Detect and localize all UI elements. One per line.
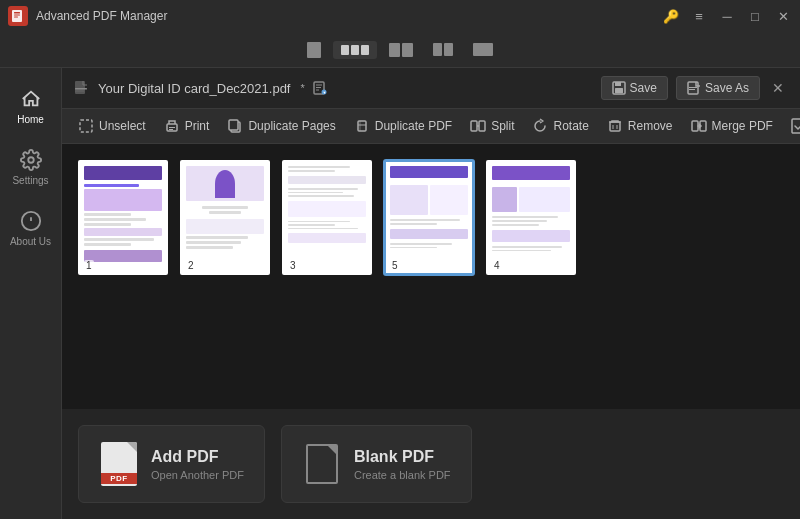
file-options-icon[interactable]: ▼ xyxy=(313,81,327,95)
page-number-2: 2 xyxy=(186,260,196,271)
page-image-2: 2 xyxy=(180,160,270,275)
duplicate-pages-icon xyxy=(227,118,243,134)
unselect-button[interactable]: Unselect xyxy=(70,113,154,139)
duplicate-pages-button[interactable]: Duplicate Pages xyxy=(219,113,343,139)
remove-button[interactable]: Remove xyxy=(599,113,681,139)
pages-area: 1 2 xyxy=(62,144,800,409)
app-title: Advanced PDF Manager xyxy=(36,9,662,23)
svg-rect-29 xyxy=(610,122,620,131)
rotate-icon xyxy=(532,118,548,134)
blank-pdf-icon xyxy=(302,442,342,486)
select-all-icon xyxy=(791,118,800,134)
save-button[interactable]: Save xyxy=(601,76,668,100)
view-tab-quad[interactable] xyxy=(465,39,501,60)
menu-icon[interactable]: ≡ xyxy=(690,9,708,24)
svg-point-4 xyxy=(28,157,34,163)
svg-rect-32 xyxy=(692,121,698,131)
page-image-5: 5 xyxy=(384,160,474,275)
key-icon[interactable]: 🔑 xyxy=(662,9,680,24)
page-image-1: 1 xyxy=(78,160,168,275)
bottom-cards: PDF Add PDF Open Another PDF Blank PDF C… xyxy=(62,409,800,519)
sidebar-settings-label: Settings xyxy=(12,175,48,186)
select-all-button[interactable]: Select All xyxy=(783,113,800,139)
add-pdf-subtitle: Open Another PDF xyxy=(151,469,244,481)
svg-rect-9 xyxy=(75,88,87,90)
svg-rect-22 xyxy=(169,127,175,128)
svg-rect-26 xyxy=(358,121,366,131)
add-pdf-card[interactable]: PDF Add PDF Open Another PDF xyxy=(78,425,265,503)
merge-pdf-icon xyxy=(691,118,707,134)
main-content: Your Digital ID card_Dec2021.pdf * ▼ xyxy=(62,68,800,519)
split-icon xyxy=(470,118,486,134)
rotate-button[interactable]: Rotate xyxy=(524,113,596,139)
svg-rect-0 xyxy=(12,10,22,22)
split-button[interactable]: Split xyxy=(462,113,522,139)
page-thumb-1[interactable]: 1 xyxy=(78,160,168,275)
close-file-button[interactable]: ✕ xyxy=(768,78,788,98)
merge-pdf-button[interactable]: Merge PDF xyxy=(683,113,781,139)
svg-rect-20 xyxy=(80,120,92,132)
svg-rect-3 xyxy=(14,17,18,18)
svg-rect-19 xyxy=(689,89,695,90)
blank-pdf-title: Blank PDF xyxy=(354,448,451,466)
view-tab-multi[interactable] xyxy=(333,41,377,59)
view-tab-triple[interactable] xyxy=(425,39,461,60)
duplicate-pdf-button[interactable]: Duplicate PDF xyxy=(346,113,460,139)
maximize-button[interactable]: □ xyxy=(746,9,764,24)
svg-rect-1 xyxy=(14,12,20,14)
page-number-4: 4 xyxy=(492,260,502,271)
close-button[interactable]: ✕ xyxy=(774,9,792,24)
save-as-icon xyxy=(687,81,701,95)
view-tabs-bar xyxy=(0,32,800,68)
page-number-1: 1 xyxy=(84,260,94,271)
minimize-button[interactable]: ─ xyxy=(718,9,736,24)
blank-pdf-card[interactable]: Blank PDF Create a blank PDF xyxy=(281,425,472,503)
svg-rect-16 xyxy=(615,88,623,93)
page-thumb-3[interactable]: 3 xyxy=(282,160,372,275)
window-controls: 🔑 ≡ ─ □ ✕ xyxy=(662,9,792,24)
add-pdf-icon: PDF xyxy=(99,442,139,486)
page-image-3: 3 xyxy=(282,160,372,275)
page-number-3: 3 xyxy=(288,260,298,271)
view-tab-single[interactable] xyxy=(299,38,329,62)
toolbar: Unselect Print Duplicate Pages xyxy=(62,109,800,144)
svg-rect-18 xyxy=(689,87,697,88)
filename: Your Digital ID card_Dec2021.pdf xyxy=(98,81,290,96)
sidebar-item-settings[interactable]: Settings xyxy=(0,139,61,196)
sidebar-about-label: About Us xyxy=(10,236,51,247)
app-icon xyxy=(8,6,28,26)
duplicate-pdf-icon xyxy=(354,118,370,134)
blank-pdf-text: Blank PDF Create a blank PDF xyxy=(354,448,451,481)
svg-rect-15 xyxy=(615,82,621,86)
page-thumb-4[interactable]: 4 xyxy=(486,160,576,275)
sidebar: Home Settings About Us xyxy=(0,68,62,519)
svg-rect-23 xyxy=(169,129,173,130)
page-thumb-2[interactable]: 2 xyxy=(180,160,270,275)
remove-icon xyxy=(607,118,623,134)
add-pdf-text: Add PDF Open Another PDF xyxy=(151,448,244,481)
sidebar-item-home[interactable]: Home xyxy=(0,78,61,135)
unselect-icon xyxy=(78,118,94,134)
view-tab-dual[interactable] xyxy=(381,39,421,61)
svg-rect-28 xyxy=(479,121,485,131)
title-bar: Advanced PDF Manager 🔑 ≡ ─ □ ✕ xyxy=(0,0,800,32)
page-thumb-5[interactable]: 5 xyxy=(384,160,474,275)
save-icon xyxy=(612,81,626,95)
svg-rect-25 xyxy=(229,120,238,130)
file-icon xyxy=(74,80,90,96)
page-image-4: 4 xyxy=(486,160,576,275)
sidebar-item-about[interactable]: About Us xyxy=(0,200,61,257)
print-button[interactable]: Print xyxy=(156,113,218,139)
svg-rect-27 xyxy=(471,121,477,131)
add-pdf-title: Add PDF xyxy=(151,448,244,466)
modified-indicator: * xyxy=(300,82,304,94)
print-icon xyxy=(164,118,180,134)
save-as-button[interactable]: Save As xyxy=(676,76,760,100)
svg-rect-10 xyxy=(75,91,84,92)
file-actions: Save Save As ✕ xyxy=(601,76,788,100)
blank-pdf-subtitle: Create a blank PDF xyxy=(354,469,451,481)
svg-text:▼: ▼ xyxy=(322,90,326,95)
page-number-5: 5 xyxy=(390,260,400,271)
file-header: Your Digital ID card_Dec2021.pdf * ▼ xyxy=(62,68,800,109)
svg-rect-2 xyxy=(14,15,20,16)
